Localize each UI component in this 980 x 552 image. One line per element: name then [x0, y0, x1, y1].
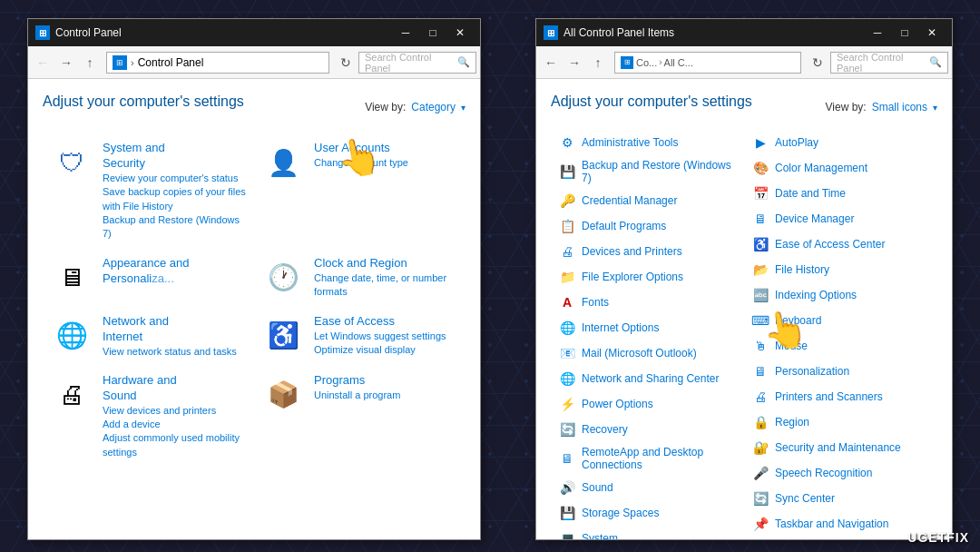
- viewby-label-2: View by:: [826, 101, 867, 113]
- item-speech[interactable]: 🎤Speech Recognition: [744, 460, 937, 486]
- minimize-btn-1[interactable]: ─: [393, 20, 418, 45]
- address-bar-1[interactable]: ⊞ › Control Panel: [106, 52, 329, 74]
- cat-link-hardware-3[interactable]: Adjust commonly used mobility settings: [103, 431, 247, 459]
- item-indexing[interactable]: 🔤Indexing Options: [744, 282, 937, 308]
- item-admin-tools[interactable]: ⚙Administrative Tools: [551, 130, 744, 155]
- cat-title-programs[interactable]: Programs: [314, 373, 400, 389]
- up-btn-2[interactable]: ↑: [587, 52, 609, 74]
- item-sync[interactable]: 🔄Sync Center: [744, 486, 937, 511]
- cat-link-ease-2[interactable]: Optimize visual display: [314, 343, 446, 357]
- forward-btn-1[interactable]: →: [55, 52, 77, 74]
- cat-link-user-1[interactable]: Change account type: [314, 156, 408, 170]
- item-ease-access[interactable]: ♿Ease of Access Center: [744, 232, 937, 257]
- file-history-icon: 📂: [751, 261, 769, 279]
- credential-icon: 🔑: [558, 192, 576, 210]
- cat-link-network-1[interactable]: View network status and tasks: [103, 345, 237, 359]
- item-default-programs[interactable]: 📋Default Programs: [551, 213, 744, 239]
- cat-title-ease[interactable]: Ease of Access: [314, 314, 446, 330]
- refresh-btn-2[interactable]: ↻: [807, 52, 828, 74]
- item-network-sharing[interactable]: 🌐Network and Sharing Center: [551, 366, 744, 391]
- close-btn-2[interactable]: ✕: [919, 20, 945, 45]
- item-mouse[interactable]: 🖱Mouse: [744, 333, 937, 359]
- breadcrumb-sep-1: ›: [659, 57, 662, 67]
- search-icon-1[interactable]: 🔍: [457, 56, 470, 68]
- titlebar-title-2: All Control Panel Items: [564, 26, 865, 39]
- search-icon-2[interactable]: 🔍: [929, 56, 942, 68]
- item-region[interactable]: 🔒Region: [744, 409, 937, 435]
- datetime-icon: 📅: [751, 184, 769, 202]
- item-file-history[interactable]: 📂File History: [744, 257, 937, 282]
- address-bar-2[interactable]: ⊞ Co... › All C...: [614, 52, 801, 74]
- item-file-explorer[interactable]: 📁File Explorer Options: [551, 264, 744, 290]
- up-btn-1[interactable]: ↑: [79, 52, 101, 74]
- viewby-value-2[interactable]: Small icons: [872, 101, 927, 113]
- maximize-btn-1[interactable]: □: [420, 20, 446, 45]
- search-bar-2[interactable]: Search Control Panel 🔍: [830, 52, 948, 74]
- item-storage[interactable]: 💾Storage Spaces: [551, 500, 744, 526]
- viewby-value-1[interactable]: Category: [411, 101, 456, 113]
- item-recovery[interactable]: 🔄Recovery: [551, 417, 744, 442]
- titlebar-2: ⊞ All Control Panel Items ─ □ ✕: [536, 19, 952, 46]
- cat-title-system[interactable]: System andSecurity: [103, 141, 247, 172]
- item-autoplay[interactable]: ▶AutoPlay: [744, 130, 937, 155]
- back-btn-1[interactable]: ←: [32, 52, 54, 74]
- close-btn-1[interactable]: ✕: [447, 20, 473, 45]
- cat-link-system-3[interactable]: Backup and Restore (Windows 7): [103, 213, 247, 242]
- item-color[interactable]: 🎨Color Management: [744, 155, 937, 181]
- cat-title-clock[interactable]: Clock and Region: [314, 256, 458, 271]
- cat-link-clock-1[interactable]: Change date, time, or number formats: [314, 271, 458, 300]
- cat-link-system-1[interactable]: Review your computer's status: [103, 172, 247, 185]
- item-remoteapp[interactable]: 🖥RemoteApp and Desktop Connections: [551, 442, 744, 475]
- item-credential[interactable]: 🔑Credential Manager: [551, 188, 744, 213]
- settings-heading-2: Adjust your computer's settings: [551, 94, 752, 110]
- item-devices-printers[interactable]: 🖨Devices and Printers: [551, 239, 744, 264]
- back-btn-2[interactable]: ←: [540, 52, 562, 74]
- icons-col-1: ⚙Administrative Tools 💾Backup and Restor…: [551, 130, 744, 539]
- search-placeholder-1: Search Control Panel: [365, 52, 457, 74]
- viewby-dropdown-icon-2[interactable]: ▾: [933, 103, 937, 113]
- item-device-manager[interactable]: 🖥Device Manager: [744, 206, 937, 232]
- forward-btn-2[interactable]: →: [564, 52, 585, 74]
- taskbar-icon: 📌: [751, 515, 769, 533]
- item-mail[interactable]: 📧Mail (Microsoft Outlook): [551, 340, 744, 366]
- viewby-dropdown-icon-1[interactable]: ▾: [461, 103, 466, 113]
- cat-user-accounts: 👤 User Accounts Change account type: [254, 133, 466, 249]
- cat-title-network[interactable]: Network andInternet: [103, 314, 237, 345]
- autoplay-icon: ▶: [751, 133, 769, 152]
- cat-link-programs-1[interactable]: Uninstall a program: [314, 389, 400, 402]
- item-personalization[interactable]: 🖥Personalization: [744, 359, 937, 384]
- item-system[interactable]: 💻System: [551, 526, 744, 539]
- item-security-maintenance[interactable]: 🔐Security and Maintenance: [744, 435, 937, 460]
- ease-access-icon: ♿: [751, 235, 769, 253]
- cat-link-hardware-2[interactable]: Add a device: [103, 418, 247, 431]
- item-power[interactable]: ⚡Power Options: [551, 391, 744, 417]
- cat-link-system-2[interactable]: Save backup copies of your files with Fi…: [103, 185, 247, 213]
- item-sound[interactable]: 🔊Sound: [551, 475, 744, 500]
- viewby-label-1: View by:: [365, 101, 406, 113]
- cat-title-hardware[interactable]: Hardware andSound: [103, 373, 247, 404]
- mouse-icon: 🖱: [751, 337, 769, 355]
- minimize-btn-2[interactable]: ─: [865, 20, 890, 45]
- cat-appearance: 🖥 Appearance andPersonaliza...: [43, 249, 254, 307]
- refresh-btn-1[interactable]: ↻: [335, 52, 357, 74]
- item-backup-restore[interactable]: 💾Backup and Restore (Windows 7): [551, 155, 744, 188]
- address-icon-2: ⊞: [621, 56, 633, 69]
- item-internet-options[interactable]: 🌐Internet Options: [551, 315, 744, 340]
- titlebar-icon-2: ⊞: [544, 25, 558, 40]
- cat-title-user[interactable]: User Accounts: [314, 141, 408, 156]
- storage-icon: 💾: [558, 504, 576, 522]
- search-bar-1[interactable]: Search Control Panel 🔍: [358, 52, 476, 74]
- sync-icon: 🔄: [751, 489, 769, 508]
- item-keyboard[interactable]: ⌨Keyboard: [744, 308, 937, 333]
- admin-tools-icon: ⚙: [558, 133, 576, 152]
- cat-link-hardware-1[interactable]: View devices and printers: [103, 404, 247, 418]
- item-datetime[interactable]: 📅Date and Time: [744, 181, 937, 206]
- backup-icon: 💾: [558, 163, 576, 181]
- titlebar-controls-2: ─ □ ✕: [865, 20, 945, 45]
- cat-link-ease-1[interactable]: Let Windows suggest settings: [314, 330, 446, 343]
- cat-title-appearance[interactable]: Appearance andPersonaliza...: [103, 256, 189, 287]
- item-fonts[interactable]: AFonts: [551, 290, 744, 315]
- maximize-btn-2[interactable]: □: [892, 20, 917, 45]
- item-printers[interactable]: 🖨Printers and Scanners: [744, 384, 937, 409]
- speech-icon: 🎤: [751, 464, 769, 482]
